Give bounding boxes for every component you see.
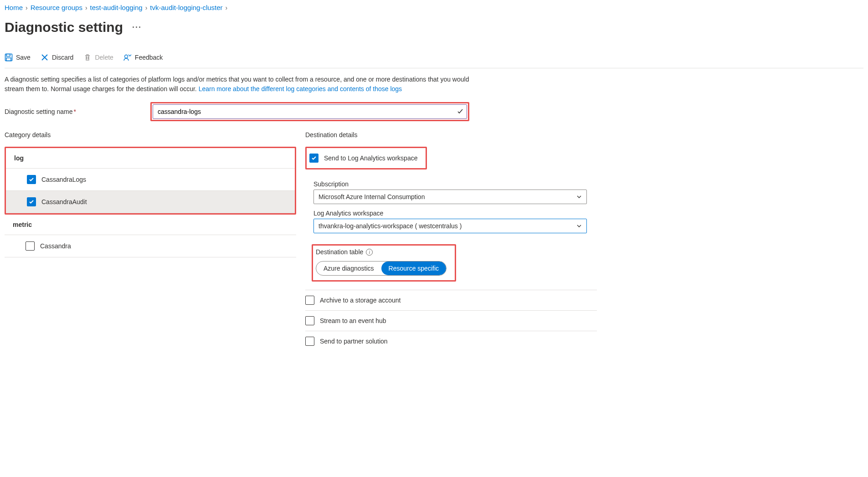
chevron-right-icon: › (26, 4, 28, 11)
name-field-row: Diagnostic setting name* (5, 102, 863, 121)
log-group-header: log (6, 148, 295, 169)
breadcrumb-home[interactable]: Home (5, 4, 23, 11)
trash-icon (83, 53, 92, 62)
dest-table-label: Destination table i (316, 248, 447, 256)
send-log-analytics-row[interactable]: Send to Log Analytics workspace (305, 147, 427, 169)
more-menu-icon[interactable]: ··· (132, 23, 142, 32)
svg-rect-2 (6, 58, 11, 61)
category-column: Category details log CassandraLogs Cassa… (5, 131, 296, 351)
diagnostic-name-input[interactable] (153, 104, 467, 119)
breadcrumb-cluster[interactable]: tvk-audit-logging-cluster (150, 4, 222, 11)
info-icon[interactable]: i (366, 249, 373, 256)
breadcrumb-test-audit-logging[interactable]: test-audit-logging (90, 4, 143, 11)
archive-label: Archive to a storage account (320, 297, 401, 304)
workspace-label: Log Analytics workspace (313, 210, 597, 217)
check-icon (457, 108, 463, 115)
breadcrumb-resource-groups[interactable]: Resource groups (31, 4, 82, 11)
destination-column: Destination details Send to Log Analytic… (305, 131, 597, 351)
stream-row[interactable]: Stream to an event hub (305, 311, 597, 331)
chevron-right-icon: › (85, 4, 87, 11)
stream-label: Stream to an event hub (320, 317, 386, 324)
checkbox-archive[interactable] (305, 296, 314, 305)
metric-item-cassandra[interactable]: Cassandra (5, 235, 296, 257)
dest-table-toggle[interactable]: Azure diagnostics Resource specific (316, 261, 447, 276)
subscription-label: Subscription (313, 180, 597, 188)
breadcrumb: Home › Resource groups › test-audit-logg… (5, 4, 863, 11)
toolbar: Save Discard Delete Feedback (5, 53, 863, 68)
discard-button[interactable]: Discard (41, 53, 73, 62)
metric-item-label: Cassandra (40, 242, 71, 250)
pill-azure-diagnostics[interactable]: Azure diagnostics (316, 262, 381, 275)
workspace-select[interactable]: thvankra-log-analytics-workspace ( westc… (313, 219, 587, 233)
save-icon (5, 53, 13, 62)
checkbox-cassandra-audit[interactable] (27, 197, 36, 206)
partner-label: Send to partner solution (320, 338, 388, 345)
chevron-right-icon: › (226, 4, 228, 11)
chevron-right-icon: › (145, 4, 148, 11)
destination-details-label: Destination details (305, 131, 597, 138)
log-item-label: CassandraLogs (41, 176, 86, 183)
checkbox-send-la[interactable] (309, 154, 318, 163)
delete-button: Delete (83, 53, 113, 62)
checkbox-cassandra-logs[interactable] (27, 175, 36, 184)
feedback-button[interactable]: Feedback (123, 53, 163, 62)
chevron-down-icon (576, 223, 582, 229)
archive-row[interactable]: Archive to a storage account (305, 290, 597, 311)
learn-more-link[interactable]: Learn more about the different log categ… (199, 85, 402, 92)
partner-row[interactable]: Send to partner solution (305, 331, 597, 351)
checkbox-cassandra-metric[interactable] (26, 241, 35, 251)
save-button[interactable]: Save (5, 53, 31, 62)
checkbox-partner[interactable] (305, 337, 314, 346)
close-icon (41, 53, 49, 62)
svg-rect-1 (6, 54, 10, 56)
send-la-label: Send to Log Analytics workspace (324, 154, 417, 162)
checkbox-stream[interactable] (305, 316, 314, 325)
subscription-select[interactable]: Microsoft Azure Internal Consumption (313, 190, 587, 204)
log-item-cassandra-logs[interactable]: CassandraLogs (6, 169, 295, 191)
category-details-label: Category details (5, 131, 296, 138)
metric-group-header: metric (5, 215, 296, 235)
pill-resource-specific[interactable]: Resource specific (381, 262, 447, 275)
name-label: Diagnostic setting name* (5, 108, 150, 115)
log-item-label: CassandraAudit (41, 198, 87, 205)
description-text: A diagnostic setting specifies a list of… (5, 75, 483, 94)
page-title: Diagnostic setting ··· (5, 20, 863, 35)
feedback-icon (123, 53, 132, 62)
svg-point-3 (124, 55, 128, 58)
log-item-cassandra-audit[interactable]: CassandraAudit (6, 191, 295, 213)
chevron-down-icon (576, 194, 582, 200)
